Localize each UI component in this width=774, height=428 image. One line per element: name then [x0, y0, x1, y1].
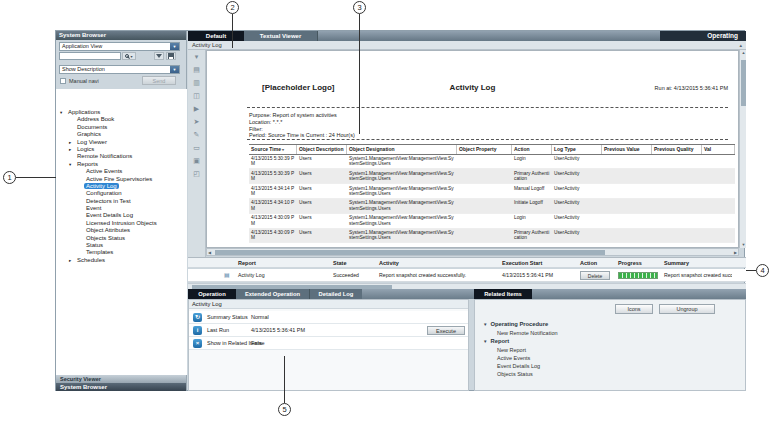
chevron-down-icon[interactable]: ▼	[483, 322, 487, 327]
send-button[interactable]: Send	[142, 76, 176, 85]
scroll-up-icon[interactable]: ▲	[740, 50, 747, 56]
view-dropdown-icon[interactable]: ▾	[191, 52, 203, 62]
report-column-header[interactable]: Object Description	[297, 145, 347, 154]
chevron-down-icon[interactable]: ▼	[483, 339, 487, 344]
view-selector[interactable]: Application View ▼	[59, 42, 180, 51]
tree-item[interactable]: ▾Applications	[56, 109, 187, 116]
tree-item[interactable]: Objects Status	[56, 235, 187, 242]
collapse-icon[interactable]: ▴	[739, 41, 742, 50]
report-column-header[interactable]: Previous Quality	[652, 145, 702, 154]
tab-default[interactable]: Default	[188, 31, 244, 41]
related-item[interactable]: New Report	[483, 346, 741, 354]
scrollbar-thumb[interactable]	[215, 250, 605, 255]
report-column-header[interactable]: Val	[702, 145, 735, 154]
search-button[interactable]: ▾	[122, 52, 136, 60]
edit-icon[interactable]: ✎	[191, 130, 203, 140]
execution-column-header[interactable]: State	[331, 258, 377, 267]
description-selector[interactable]: Show Description ▼	[59, 65, 180, 74]
vertical-scrollbar[interactable]: ▲ ▼	[739, 50, 746, 248]
operation-row[interactable]: iLast Run4/13/2015 5:36:41 PMExecute	[189, 324, 468, 337]
report-row[interactable]: 4/13/2015 5:30:39 PMUsersSystem1.Managem…	[249, 155, 735, 170]
manual-nav-checkbox[interactable]	[60, 78, 66, 84]
execution-column-header[interactable]: Action	[578, 258, 616, 267]
tab-textual-viewer[interactable]: Textual Viewer	[244, 31, 318, 41]
tree-item[interactable]: Event	[56, 205, 187, 212]
scrollbar-thumb[interactable]	[741, 60, 746, 106]
operation-row[interactable]: ↻Summary StatusNormal	[189, 311, 468, 324]
related-item[interactable]: New Remote Notification	[483, 329, 741, 337]
execution-column-header[interactable]: Activity	[377, 258, 500, 267]
tree-item[interactable]: Object Attributes	[56, 227, 187, 234]
columns-icon[interactable]: ◫	[191, 91, 203, 101]
related-item[interactable]: Objects Status	[483, 370, 741, 378]
tree-item[interactable]: Configuration	[56, 190, 187, 197]
image-icon[interactable]: ▣	[191, 156, 203, 166]
operating-mode-button[interactable]: Operating	[660, 31, 746, 41]
report-column-header[interactable]: Object Designation	[347, 145, 457, 154]
ungroup-button[interactable]: Ungroup	[659, 304, 715, 314]
execution-row[interactable]: ▤ Activity LogSucceededReport snapshot c…	[188, 269, 746, 282]
report-column-header[interactable]: Action	[512, 145, 552, 154]
tab-related-items[interactable]: Related Items	[474, 289, 532, 299]
template-icon[interactable]: ▤	[191, 65, 203, 75]
tree-item[interactable]: ▸Schedules	[56, 257, 187, 264]
chevron-down-icon[interactable]: ▼	[170, 66, 179, 73]
report-row[interactable]: 4/13/2015 4:34:10 PMUsersSystem1.Managem…	[249, 199, 735, 214]
execution-column-header[interactable]: Progress	[616, 258, 662, 267]
tree-item[interactable]: ▸Log Viewer	[56, 139, 187, 146]
system-browser-bar[interactable]: System Browser	[56, 383, 186, 391]
tree-item[interactable]: Licensed Intrusion Objects	[56, 220, 187, 227]
operation-row[interactable]: ×Show in Related ItemsFalse	[189, 337, 468, 350]
tree-item[interactable]: Detectors in Test	[56, 198, 187, 205]
execution-column-header[interactable]: Summary	[662, 258, 732, 267]
report-row[interactable]: 4/13/2015 4:34:14 PMUsersSystem1.Managem…	[249, 184, 735, 199]
security-viewer-bar[interactable]: Security Viewer	[56, 375, 186, 383]
scroll-left-icon[interactable]: ◀	[208, 249, 211, 256]
report-column-header[interactable]: Log Type	[552, 145, 602, 154]
icons-button[interactable]: Icons	[615, 304, 653, 314]
report-column-header[interactable]: Previous Value	[602, 145, 652, 154]
tree-item[interactable]: Graphics	[56, 131, 187, 138]
related-item[interactable]: Event Details Log	[483, 362, 741, 370]
tree-item[interactable]: Active Fire Supervisories	[56, 176, 187, 183]
horizontal-scrollbar[interactable]: ◀ ▶	[206, 248, 739, 256]
report-row[interactable]: 4/13/2015 4:30:09 PMUsersSystem1.Managem…	[249, 214, 735, 229]
tree: ▾ApplicationsAddress BookDocumentsGraphi…	[56, 89, 187, 375]
tree-item[interactable]: ▾Reports	[56, 161, 187, 168]
tree-item[interactable]: Status	[56, 242, 187, 249]
frame-icon[interactable]: ◰	[191, 169, 203, 179]
related-item[interactable]: Active Events	[483, 354, 741, 362]
tab-extended-operation[interactable]: Extended Operation	[236, 289, 310, 299]
execution-column-header[interactable]: Execution Start	[500, 258, 578, 267]
pointer-icon[interactable]: ➤	[191, 117, 203, 127]
execution-column-header[interactable]: Report	[236, 258, 331, 267]
tree-item-label: Active Fire Supervisories	[84, 176, 154, 182]
textbox-icon[interactable]: ▭	[191, 143, 203, 153]
tree-item[interactable]: Documents	[56, 124, 187, 131]
related-group-header[interactable]: ▼Report	[483, 337, 741, 346]
tree-item[interactable]: Templates	[56, 249, 187, 256]
filter-button[interactable]	[154, 52, 164, 60]
tree-item[interactable]: Active Events	[56, 168, 187, 175]
delete-button[interactable]: Delete	[580, 271, 610, 280]
report-row[interactable]: 4/13/2015 4:30:09 PMUsersSystem1.Managem…	[249, 229, 735, 244]
execute-button[interactable]: Execute	[427, 326, 465, 335]
tree-item[interactable]: ▸Logics	[56, 146, 187, 153]
search-input[interactable]	[59, 52, 121, 60]
related-group-header[interactable]: ▼Operating Procedure	[483, 320, 741, 329]
tree-item[interactable]: Activity Log	[56, 183, 187, 190]
tree-item[interactable]: Remote Notifications	[56, 153, 187, 160]
scroll-right-icon[interactable]: ▶	[734, 249, 737, 256]
report-column-header[interactable]: Object Property	[457, 145, 512, 154]
layout-icon[interactable]: ▥	[191, 78, 203, 88]
scroll-down-icon[interactable]: ▼	[740, 242, 747, 248]
tab-detailed-log[interactable]: Detailed Log	[310, 289, 362, 299]
tab-operation[interactable]: Operation	[188, 289, 236, 299]
report-column-header[interactable]: Source Time▾	[249, 145, 297, 154]
save-search-button[interactable]	[166, 52, 176, 60]
tree-item[interactable]: Event Details Log	[56, 212, 187, 219]
chevron-down-icon[interactable]: ▼	[170, 43, 179, 50]
tree-item[interactable]: Address Book	[56, 116, 187, 123]
report-row[interactable]: 4/13/2015 5:30:39 PMUsersSystem1.Managem…	[249, 169, 735, 184]
run-report-icon[interactable]: ▶	[191, 104, 203, 114]
